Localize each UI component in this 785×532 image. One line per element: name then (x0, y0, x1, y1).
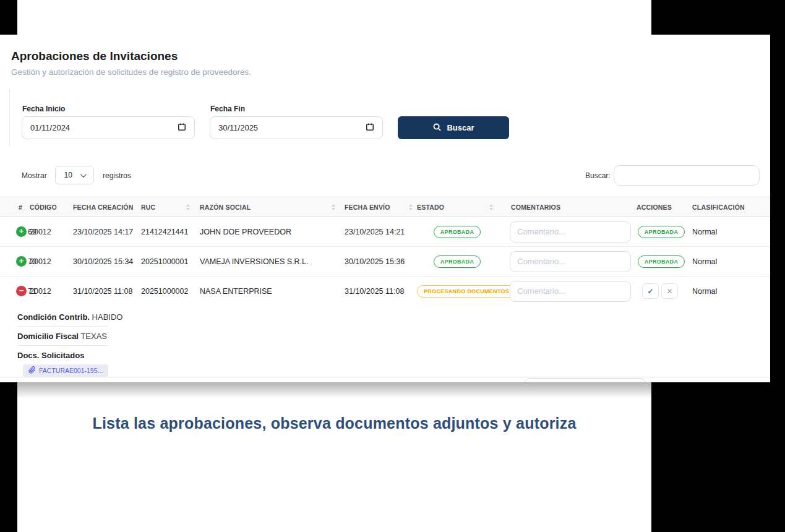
paperclip-icon (28, 366, 36, 375)
fecha-fin-label: Fecha Fin (210, 105, 245, 113)
cell-fecha-envio: 30/10/2025 15:36 (340, 247, 417, 277)
chevron-down-icon (80, 171, 87, 178)
screenshot-fade-edge (17, 382, 651, 398)
sort-icon (332, 204, 335, 210)
caption-panel: Lista las aprobaciones, observa document… (17, 382, 651, 532)
cell-ruc: 20251000002 (137, 277, 194, 306)
cell-fecha-creacion: 23/10/2025 14:17 (69, 217, 137, 247)
approve-button[interactable]: ✓ (642, 283, 659, 299)
calendar-icon[interactable] (178, 122, 186, 133)
estado-badge: APROBADA (434, 255, 481, 268)
page-size-select[interactable]: 10 (55, 166, 94, 184)
approvals-table: # CÓDIGO FECHA CREACIÓN RUC (0, 197, 770, 306)
expand-row-icon[interactable]: + (16, 226, 27, 237)
sort-icon (489, 204, 493, 210)
buscar-button[interactable]: Buscar (398, 116, 509, 139)
estado-badge: PROCESANDO DOCUMENTOS (417, 285, 516, 298)
comment-input[interactable] (510, 221, 631, 242)
cell-fecha-envio: 31/10/2025 11:08 (340, 277, 417, 306)
cell-codigo: 20012 (25, 217, 69, 247)
sort-icon (409, 204, 413, 210)
table-header-row: # CÓDIGO FECHA CREACIÓN RUC (0, 197, 770, 217)
accion-status-badge: APROBADA (638, 226, 685, 238)
header-clasificacion[interactable]: CLASIFICACIÓN (686, 197, 770, 217)
cell-razon-social: VAMEJA INVERSIONES S.R.L. (194, 247, 340, 277)
header-fecha-creacion[interactable]: FECHA CREACIÓN (69, 197, 137, 217)
cell-clasificacion: Normal (686, 217, 770, 247)
cell-razon-social: NASA ENTERPRISE (194, 277, 340, 306)
cell-ruc: 20251000001 (137, 247, 194, 277)
screenshot-canvas: Aprobaciones de Invitaciones Gestión y a… (0, 0, 785, 532)
fecha-fin-input[interactable]: 30/11/2025 (210, 116, 383, 139)
cell-fecha-creacion: 30/10/2025 15:34 (69, 247, 137, 277)
header-comentarios[interactable]: COMENTARIOS (497, 197, 637, 217)
cell-clasificacion: Normal (686, 247, 770, 277)
reject-button[interactable]: ✕ (661, 283, 678, 299)
buscar-button-label: Buscar (447, 123, 474, 132)
collapse-row-icon[interactable]: − (16, 286, 27, 296)
cell-ruc: 21412421441 (137, 217, 194, 247)
cell-fecha-creacion: 31/10/2025 11:08 (69, 277, 137, 306)
table-search-label: Buscar: (585, 171, 611, 180)
cell-codigo: 20012 (25, 277, 69, 306)
table-row: − 71 20012 31/10/2025 11:08 20251000002 … (0, 277, 770, 306)
page-title: Aprobaciones de Invitaciones (11, 49, 178, 63)
header-num[interactable]: # (0, 197, 25, 217)
caption-text: Lista las aprobaciones, observa document… (17, 414, 651, 432)
cell-clasificacion: Normal (686, 277, 770, 306)
header-codigo[interactable]: CÓDIGO (25, 197, 69, 217)
cell-codigo: 20012 (25, 247, 69, 277)
header-acciones[interactable]: ACCIONES (637, 197, 686, 217)
row-detail-panel: Condición Contrib. HABIDO Domicilio Fisc… (0, 306, 770, 377)
attached-document-chip[interactable]: FACTURAE001-195... (23, 364, 108, 377)
estado-badge: APROBADA (434, 226, 481, 238)
mostrar-label: Mostrar (22, 171, 47, 180)
sort-icon (186, 204, 190, 210)
detail-condicion: Condición Contrib. HABIDO (17, 307, 108, 327)
comment-input[interactable] (510, 281, 631, 302)
fecha-inicio-value: 01/11/2024 (30, 123, 70, 132)
accion-status-badge: APROBADA (638, 255, 685, 268)
registros-label: registros (103, 171, 131, 180)
search-icon (432, 122, 442, 134)
header-estado[interactable]: ESTADO (417, 197, 497, 217)
table-search-input[interactable] (614, 165, 760, 186)
header-fecha-envio[interactable]: FECHA ENVÍO (340, 197, 417, 217)
comment-input[interactable] (510, 251, 631, 272)
detail-docs: Docs. Solicitados (17, 346, 108, 361)
expand-row-icon[interactable]: + (16, 256, 27, 267)
document-name: FACTURAE001-195... (39, 367, 103, 374)
page-size-value: 10 (64, 171, 72, 179)
fecha-inicio-label: Fecha Inicio (22, 105, 65, 113)
header-razon-social[interactable]: RAZÓN SOCIAL (194, 197, 340, 217)
table-row: + 69 20012 23/10/2025 14:17 21412421441 … (0, 217, 770, 247)
cell-razon-social: JOHN DOE PROVEEDOR (194, 217, 340, 247)
filter-panel-border (9, 89, 10, 146)
detail-domicilio: Domicilio Fiscal TEXAS (17, 327, 108, 346)
cell-fecha-envio: 23/10/2025 14:21 (340, 217, 417, 247)
table-row: + 70 20012 30/10/2025 15:34 20251000001 … (0, 247, 770, 277)
page-subtitle: Gestión y autorización de solicitudes de… (11, 67, 251, 77)
page-background-top (17, 0, 651, 35)
calendar-icon[interactable] (366, 122, 374, 133)
fecha-fin-value: 30/11/2025 (218, 123, 258, 132)
header-ruc[interactable]: RUC (137, 197, 194, 217)
next-row-comment-input-partial (525, 378, 646, 382)
approvals-card: Aprobaciones de Invitaciones Gestión y a… (0, 35, 770, 382)
fecha-inicio-input[interactable]: 01/11/2024 (22, 116, 195, 139)
